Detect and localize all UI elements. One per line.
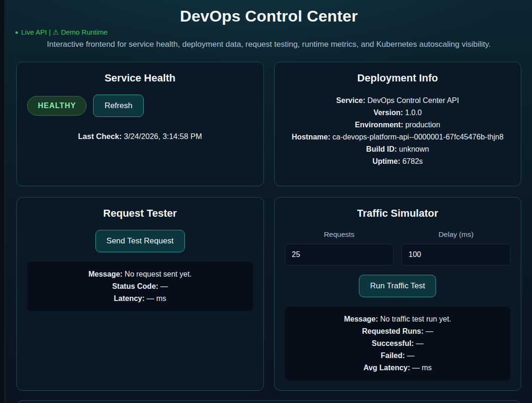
deployment-field-service: Service: DevOps Control Center API bbox=[285, 95, 511, 107]
service-health-controls: HEALTHY Refresh bbox=[27, 95, 253, 117]
last-check-line: Last Check: 3/24/2026, 3:14:58 PM bbox=[27, 130, 253, 142]
request-result-message: Message: No request sent yet. bbox=[33, 268, 248, 280]
refresh-button[interactable]: Refresh bbox=[93, 95, 144, 117]
result-value: No request sent yet. bbox=[124, 270, 191, 278]
delay-label: Delay (ms) bbox=[401, 230, 510, 239]
request-result-latency: Latency: — ms bbox=[33, 293, 248, 305]
field-value: unknown bbox=[399, 145, 429, 153]
traffic-result-failed: Failed: — bbox=[291, 350, 505, 362]
deployment-field-uptime: Uptime: 6782s bbox=[285, 155, 511, 168]
traffic-inputs: Requests Delay (ms) bbox=[285, 230, 511, 265]
requests-label: Requests bbox=[285, 230, 394, 239]
request-tester-card: Request Tester Send Test Request Message… bbox=[16, 197, 264, 391]
result-label: Status Code: bbox=[112, 282, 159, 290]
result-value: — ms bbox=[146, 294, 166, 302]
traffic-simulator-card: Traffic Simulator Requests Delay (ms) Ru… bbox=[274, 197, 522, 391]
result-value: — ms bbox=[412, 364, 432, 372]
requests-field-group: Requests bbox=[285, 230, 394, 265]
live-status-dot-icon: ● bbox=[15, 29, 18, 36]
request-tester-title: Request Tester bbox=[27, 207, 253, 220]
traffic-result-avg-latency: Avg Latency: — ms bbox=[291, 362, 505, 374]
result-value: — bbox=[426, 327, 433, 335]
traffic-result-message: Message: No traffic test run yet. bbox=[291, 313, 505, 325]
result-label: Avg Latency: bbox=[364, 364, 410, 372]
result-label: Successful: bbox=[372, 339, 414, 347]
request-result-panel: Message: No request sent yet. Status Cod… bbox=[27, 262, 253, 311]
traffic-result-panel: Message: No traffic test run yet. Reques… bbox=[285, 307, 511, 381]
cards-grid: Service Health HEALTHY Refresh Last Chec… bbox=[16, 62, 521, 391]
deployment-info-card: Deployment Info Service: DevOps Control … bbox=[274, 62, 522, 186]
deployment-field-environment: Environment: production bbox=[285, 119, 511, 131]
page-title: DevOps Control Center bbox=[6, 6, 532, 26]
field-label: Uptime: bbox=[372, 157, 401, 165]
result-value: No traffic test run yet. bbox=[380, 315, 452, 323]
viewport-left-edge bbox=[0, 0, 5, 403]
result-label: Latency: bbox=[114, 294, 145, 302]
request-result-status-code: Status Code: — bbox=[33, 280, 248, 293]
delay-input[interactable] bbox=[401, 244, 510, 265]
result-label: Message: bbox=[88, 270, 123, 278]
field-label: Hostname: bbox=[292, 133, 330, 141]
send-test-request-button[interactable]: Send Test Request bbox=[95, 230, 185, 252]
api-status-line: ●Live API | ⚠ Demo Runtime bbox=[15, 28, 532, 37]
field-label: Service: bbox=[336, 96, 365, 104]
page-subtitle: Interactive frontend for service health,… bbox=[6, 40, 532, 49]
field-label: Build ID: bbox=[366, 145, 397, 153]
api-status-text: Live API | ⚠ Demo Runtime bbox=[21, 28, 108, 36]
result-label: Message: bbox=[344, 315, 378, 323]
health-status-badge: HEALTHY bbox=[27, 96, 87, 116]
field-label: Environment: bbox=[355, 121, 403, 129]
service-health-title: Service Health bbox=[27, 72, 253, 84]
result-value: — bbox=[416, 339, 423, 347]
field-value: 1.0.0 bbox=[405, 109, 422, 117]
result-value: — bbox=[160, 282, 168, 290]
traffic-result-successful: Successful: — bbox=[291, 337, 505, 350]
deployment-field-hostname: Hostname: ca-devops-platform-api--000000… bbox=[285, 131, 511, 143]
last-check-value: 3/24/2026, 3:14:58 PM bbox=[124, 132, 202, 140]
result-label: Requested Runs: bbox=[362, 327, 424, 335]
result-value: — bbox=[407, 352, 415, 359]
deployment-field-build-id: Build ID: unknown bbox=[285, 143, 511, 155]
traffic-simulator-title: Traffic Simulator bbox=[285, 207, 511, 220]
deployment-info-title: Deployment Info bbox=[285, 72, 511, 84]
deployment-field-version: Version: 1.0.0 bbox=[285, 107, 511, 119]
last-check-label: Last Check: bbox=[78, 132, 122, 140]
result-label: Failed: bbox=[381, 352, 405, 359]
field-value: 6782s bbox=[402, 157, 423, 165]
traffic-result-requested-runs: Requested Runs: — bbox=[291, 325, 505, 337]
app-container: DevOps Control Center ●Live API | ⚠ Demo… bbox=[6, 0, 532, 403]
field-value: production bbox=[405, 121, 440, 129]
requests-input[interactable] bbox=[285, 244, 394, 265]
field-value: ca-devops-platform-api--0000001-67fc4547… bbox=[333, 133, 504, 141]
delay-field-group: Delay (ms) bbox=[401, 230, 510, 265]
field-value: DevOps Control Center API bbox=[367, 96, 459, 104]
run-traffic-test-button[interactable]: Run Traffic Test bbox=[359, 275, 436, 297]
service-health-card: Service Health HEALTHY Refresh Last Chec… bbox=[16, 62, 264, 186]
next-section-card-partial bbox=[16, 400, 521, 403]
field-label: Version: bbox=[373, 109, 403, 117]
